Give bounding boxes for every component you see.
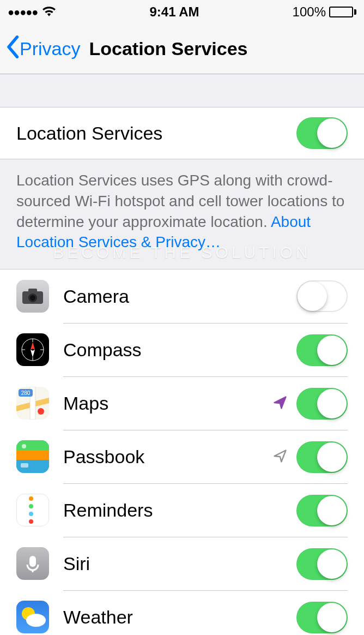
svg-point-23 — [26, 614, 46, 627]
app-label: Camera — [63, 286, 288, 307]
section-spacer — [0, 74, 364, 107]
svg-point-14 — [38, 408, 44, 415]
status-right: 100% — [293, 4, 356, 20]
svg-point-18 — [22, 444, 26, 448]
location-arrow-icon — [272, 395, 288, 412]
compass-icon — [16, 333, 49, 366]
signal-dots-icon: ●●●●● — [8, 6, 38, 19]
app-list: Camera Compass 280 Maps Passbook Reminde… — [0, 269, 364, 635]
back-button[interactable]: Privacy — [20, 38, 80, 59]
app-row-siri: Siri — [0, 537, 364, 590]
app-toggle-reminders[interactable] — [296, 495, 348, 526]
maps-icon: 280 — [16, 387, 49, 420]
app-toggle-maps[interactable] — [296, 388, 348, 420]
status-left: ●●●●● — [8, 4, 56, 20]
app-label: Maps — [63, 393, 264, 414]
app-toggle-passbook[interactable] — [296, 441, 348, 473]
back-chevron-icon[interactable] — [5, 35, 20, 63]
passbook-icon — [16, 440, 49, 473]
weather-icon — [16, 601, 49, 633]
wifi-icon — [42, 4, 56, 20]
svg-point-3 — [30, 295, 35, 301]
app-toggle-compass[interactable] — [296, 334, 348, 366]
camera-icon — [16, 280, 49, 313]
app-label: Siri — [63, 553, 288, 574]
location-arrow-icon — [272, 448, 288, 466]
location-services-label: Location Services — [16, 123, 296, 144]
svg-rect-20 — [29, 556, 36, 567]
siri-icon — [16, 547, 49, 580]
battery-percentage: 100% — [293, 4, 326, 20]
svg-marker-10 — [31, 350, 35, 357]
app-toggle-siri[interactable] — [296, 548, 348, 580]
app-label: Reminders — [63, 500, 288, 521]
reminders-icon — [16, 494, 49, 526]
app-label: Compass — [63, 339, 288, 361]
app-toggle-weather[interactable] — [296, 602, 348, 633]
app-row-passbook: Passbook — [0, 430, 364, 483]
app-row-weather: Weather — [0, 590, 364, 635]
app-row-compass: Compass — [0, 323, 364, 376]
app-row-reminders: Reminders — [0, 483, 364, 537]
svg-rect-1 — [28, 289, 37, 293]
location-services-toggle[interactable] — [296, 117, 348, 149]
svg-marker-9 — [31, 342, 35, 350]
location-services-master-row: Location Services — [0, 107, 364, 159]
svg-rect-19 — [21, 463, 28, 468]
status-time: 9:41 AM — [149, 4, 199, 20]
page-title: Location Services — [89, 38, 247, 59]
app-label: Passbook — [63, 446, 264, 468]
app-row-maps: 280 Maps — [0, 376, 364, 430]
app-label: Weather — [63, 607, 288, 628]
app-row-camera: Camera — [0, 269, 364, 323]
battery-icon — [329, 7, 356, 17]
nav-bar: Privacy Location Services — [0, 24, 364, 74]
svg-text:280: 280 — [21, 390, 31, 396]
explainer-text: Location Services uses GPS along with cr… — [0, 159, 364, 269]
status-bar: ●●●●● 9:41 AM 100% — [0, 0, 364, 24]
app-toggle-camera[interactable] — [296, 280, 348, 312]
